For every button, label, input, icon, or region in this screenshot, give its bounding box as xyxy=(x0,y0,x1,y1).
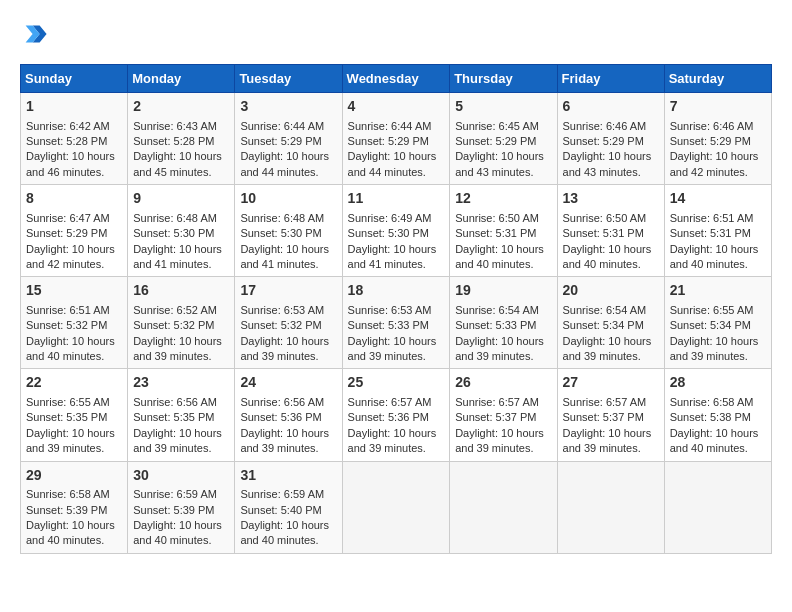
day-number: 29 xyxy=(26,466,122,486)
day-number: 28 xyxy=(670,373,766,393)
day-cell-4: 4Sunrise: 6:44 AMSunset: 5:29 PMDaylight… xyxy=(342,93,450,185)
header xyxy=(20,20,772,48)
day-cell-8: 8Sunrise: 6:47 AMSunset: 5:29 PMDaylight… xyxy=(21,185,128,277)
day-cell-22: 22Sunrise: 6:55 AMSunset: 5:35 PMDayligh… xyxy=(21,369,128,461)
day-number: 6 xyxy=(563,97,659,117)
day-number: 27 xyxy=(563,373,659,393)
header-sunday: Sunday xyxy=(21,65,128,93)
empty-cell xyxy=(450,461,557,553)
header-tuesday: Tuesday xyxy=(235,65,342,93)
day-number: 9 xyxy=(133,189,229,209)
day-number: 2 xyxy=(133,97,229,117)
day-cell-29: 29Sunrise: 6:58 AMSunset: 5:39 PMDayligh… xyxy=(21,461,128,553)
week-row-1: 1Sunrise: 6:42 AMSunset: 5:28 PMDaylight… xyxy=(21,93,772,185)
day-cell-24: 24Sunrise: 6:56 AMSunset: 5:36 PMDayligh… xyxy=(235,369,342,461)
header-friday: Friday xyxy=(557,65,664,93)
day-number: 14 xyxy=(670,189,766,209)
empty-cell xyxy=(557,461,664,553)
day-number: 18 xyxy=(348,281,445,301)
day-number: 17 xyxy=(240,281,336,301)
day-number: 23 xyxy=(133,373,229,393)
day-number: 20 xyxy=(563,281,659,301)
empty-cell xyxy=(342,461,450,553)
day-cell-27: 27Sunrise: 6:57 AMSunset: 5:37 PMDayligh… xyxy=(557,369,664,461)
header-thursday: Thursday xyxy=(450,65,557,93)
calendar: SundayMondayTuesdayWednesdayThursdayFrid… xyxy=(20,64,772,554)
day-number: 26 xyxy=(455,373,551,393)
day-cell-21: 21Sunrise: 6:55 AMSunset: 5:34 PMDayligh… xyxy=(664,277,771,369)
day-cell-9: 9Sunrise: 6:48 AMSunset: 5:30 PMDaylight… xyxy=(128,185,235,277)
day-number: 24 xyxy=(240,373,336,393)
day-number: 4 xyxy=(348,97,445,117)
day-number: 12 xyxy=(455,189,551,209)
day-cell-11: 11Sunrise: 6:49 AMSunset: 5:30 PMDayligh… xyxy=(342,185,450,277)
day-number: 5 xyxy=(455,97,551,117)
empty-cell xyxy=(664,461,771,553)
day-cell-23: 23Sunrise: 6:56 AMSunset: 5:35 PMDayligh… xyxy=(128,369,235,461)
day-cell-19: 19Sunrise: 6:54 AMSunset: 5:33 PMDayligh… xyxy=(450,277,557,369)
week-row-5: 29Sunrise: 6:58 AMSunset: 5:39 PMDayligh… xyxy=(21,461,772,553)
day-number: 13 xyxy=(563,189,659,209)
day-number: 3 xyxy=(240,97,336,117)
day-cell-5: 5Sunrise: 6:45 AMSunset: 5:29 PMDaylight… xyxy=(450,93,557,185)
week-row-2: 8Sunrise: 6:47 AMSunset: 5:29 PMDaylight… xyxy=(21,185,772,277)
header-wednesday: Wednesday xyxy=(342,65,450,93)
logo xyxy=(20,20,52,48)
week-row-4: 22Sunrise: 6:55 AMSunset: 5:35 PMDayligh… xyxy=(21,369,772,461)
day-number: 10 xyxy=(240,189,336,209)
day-number: 16 xyxy=(133,281,229,301)
calendar-header-row: SundayMondayTuesdayWednesdayThursdayFrid… xyxy=(21,65,772,93)
day-number: 11 xyxy=(348,189,445,209)
week-row-3: 15Sunrise: 6:51 AMSunset: 5:32 PMDayligh… xyxy=(21,277,772,369)
day-cell-16: 16Sunrise: 6:52 AMSunset: 5:32 PMDayligh… xyxy=(128,277,235,369)
day-cell-30: 30Sunrise: 6:59 AMSunset: 5:39 PMDayligh… xyxy=(128,461,235,553)
day-number: 7 xyxy=(670,97,766,117)
day-number: 1 xyxy=(26,97,122,117)
day-number: 15 xyxy=(26,281,122,301)
header-monday: Monday xyxy=(128,65,235,93)
day-cell-2: 2Sunrise: 6:43 AMSunset: 5:28 PMDaylight… xyxy=(128,93,235,185)
day-cell-14: 14Sunrise: 6:51 AMSunset: 5:31 PMDayligh… xyxy=(664,185,771,277)
day-number: 21 xyxy=(670,281,766,301)
day-cell-28: 28Sunrise: 6:58 AMSunset: 5:38 PMDayligh… xyxy=(664,369,771,461)
day-cell-25: 25Sunrise: 6:57 AMSunset: 5:36 PMDayligh… xyxy=(342,369,450,461)
day-cell-6: 6Sunrise: 6:46 AMSunset: 5:29 PMDaylight… xyxy=(557,93,664,185)
day-number: 31 xyxy=(240,466,336,486)
day-number: 25 xyxy=(348,373,445,393)
day-cell-17: 17Sunrise: 6:53 AMSunset: 5:32 PMDayligh… xyxy=(235,277,342,369)
day-cell-18: 18Sunrise: 6:53 AMSunset: 5:33 PMDayligh… xyxy=(342,277,450,369)
day-cell-13: 13Sunrise: 6:50 AMSunset: 5:31 PMDayligh… xyxy=(557,185,664,277)
day-cell-7: 7Sunrise: 6:46 AMSunset: 5:29 PMDaylight… xyxy=(664,93,771,185)
day-cell-31: 31Sunrise: 6:59 AMSunset: 5:40 PMDayligh… xyxy=(235,461,342,553)
day-cell-20: 20Sunrise: 6:54 AMSunset: 5:34 PMDayligh… xyxy=(557,277,664,369)
day-number: 30 xyxy=(133,466,229,486)
day-cell-3: 3Sunrise: 6:44 AMSunset: 5:29 PMDaylight… xyxy=(235,93,342,185)
day-number: 22 xyxy=(26,373,122,393)
day-cell-12: 12Sunrise: 6:50 AMSunset: 5:31 PMDayligh… xyxy=(450,185,557,277)
day-cell-10: 10Sunrise: 6:48 AMSunset: 5:30 PMDayligh… xyxy=(235,185,342,277)
logo-icon xyxy=(20,20,48,48)
day-cell-26: 26Sunrise: 6:57 AMSunset: 5:37 PMDayligh… xyxy=(450,369,557,461)
day-number: 19 xyxy=(455,281,551,301)
day-cell-1: 1Sunrise: 6:42 AMSunset: 5:28 PMDaylight… xyxy=(21,93,128,185)
day-cell-15: 15Sunrise: 6:51 AMSunset: 5:32 PMDayligh… xyxy=(21,277,128,369)
day-number: 8 xyxy=(26,189,122,209)
header-saturday: Saturday xyxy=(664,65,771,93)
